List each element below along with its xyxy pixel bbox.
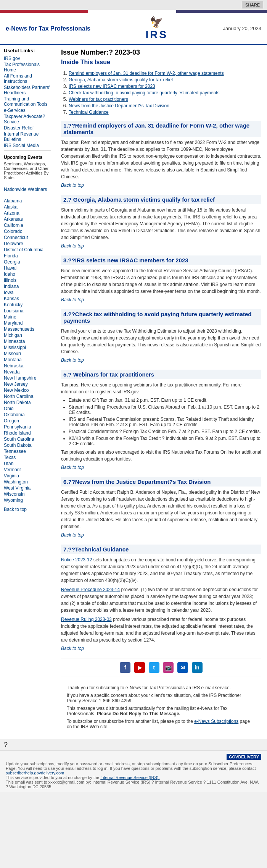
sidebar-link[interactable]: All Forms and Instructions	[4, 73, 51, 84]
sidebar-back-to-top[interactable]: Back to top	[4, 507, 51, 512]
sidebar-state-link[interactable]: Indiana	[4, 284, 51, 289]
sidebar-state-link[interactable]: Connecticut	[4, 235, 51, 240]
sidebar-state-link[interactable]: Alaska	[4, 204, 51, 210]
sidebar-link[interactable]: Taxpayer Advocate?Service	[4, 114, 51, 124]
sidebar-link[interactable]: Internal Revenue Bulletins	[4, 131, 51, 142]
sidebar-state-link[interactable]: District of Columbia	[4, 247, 51, 252]
toc-item-link[interactable]: Remind employers of Jan. 31 deadline for…	[69, 71, 224, 76]
sidebar-state-link[interactable]: Utah	[4, 461, 51, 466]
sidebar-link[interactable]: Tax Professionals Home	[4, 62, 51, 73]
linkedin-icon[interactable]: in	[192, 662, 203, 673]
back-to-top-link[interactable]: Back to top	[61, 532, 84, 538]
irs-link[interactable]: Internal Revenue Service (IRS).	[100, 775, 159, 780]
sidebar-state-link[interactable]: Virginia	[4, 473, 51, 478]
back-to-top-link[interactable]: Back to top	[61, 465, 84, 470]
govdelivery-logo: GOVDELIVERY	[227, 754, 261, 760]
twitter-icon[interactable]: t	[149, 662, 159, 673]
article: 5.? Webinars for tax practitionersTax pr…	[61, 370, 261, 470]
govdelivery-social-icon[interactable]: ✉	[177, 662, 188, 673]
article-body: Remind your clients to use the Tax Withh…	[61, 328, 261, 355]
facebook-icon[interactable]: f	[120, 662, 130, 673]
youtube-icon[interactable]: ▶	[134, 662, 145, 673]
sidebar-state-link[interactable]: Rhode Island	[4, 430, 51, 436]
main-layout: Useful Links: IRS.govTax Professionals H…	[0, 45, 267, 739]
back-to-top-link[interactable]: Back to top	[61, 183, 84, 188]
social-bar: f ▶ t 📷 ✉ in	[61, 658, 261, 677]
irs-logo: 🦅 IRS	[145, 16, 168, 41]
toc-item-link[interactable]: News from the Justice Department?s Tax D…	[69, 103, 169, 108]
sidebar-state-link[interactable]: Mississippi	[4, 345, 51, 350]
sidebar-state-link[interactable]: Missouri	[4, 351, 51, 356]
sidebar-state-link[interactable]: Colorado	[4, 229, 51, 234]
sidebar-state-link[interactable]: New Hampshire	[4, 375, 51, 381]
back-to-top-link[interactable]: Back to top	[61, 646, 84, 651]
sidebar-state-link[interactable]: Texas	[4, 455, 51, 460]
sidebar-state-link[interactable]: Tennessee	[4, 449, 51, 454]
sidebar-link[interactable]: IRS.gov	[4, 56, 51, 61]
email-line: This email was sent to xxxxxx@gmail.com …	[6, 780, 261, 789]
sidebar-state-link[interactable]: Vermont	[4, 467, 51, 472]
tech-guidance-link[interactable]: Notice 2023-12	[61, 557, 92, 563]
subscriber-preferences-link[interactable]: subscriberhelp.govdelivery.com	[6, 771, 64, 775]
webinar-item: Estate and Gift Tax on Jan. 31 at 2 p.m.…	[69, 398, 261, 403]
sidebar-state-link[interactable]: Hawaii	[4, 265, 51, 271]
webinar-item: Practical Considerations ? Foreign Tax C…	[69, 429, 261, 434]
sidebar-state-link[interactable]: Delaware	[4, 241, 51, 246]
toc-list: Remind employers of Jan. 31 deadline for…	[61, 70, 261, 115]
sidebar-state-link[interactable]: Iowa	[4, 290, 51, 295]
back-to-top: Back to top	[61, 243, 261, 249]
sidebar-state-link[interactable]: Maryland	[4, 320, 51, 326]
sidebar-state-link[interactable]: Kentucky	[4, 302, 51, 307]
sidebar-state-link[interactable]: Maine	[4, 314, 51, 320]
sidebar-state-link[interactable]: Pennsylvania	[4, 424, 51, 430]
toc-item-link[interactable]: Georgia, Alabama storm victims qualify f…	[69, 77, 173, 82]
sidebar-state-link[interactable]: Idaho	[4, 272, 51, 277]
sidebar-state-link[interactable]: New Mexico	[4, 388, 51, 393]
sidebar-state-link[interactable]: Minnesota	[4, 339, 51, 344]
back-to-top-link[interactable]: Back to top	[61, 243, 84, 249]
sidebar-state-link[interactable]: Washington	[4, 479, 51, 485]
sidebar-state-link[interactable]: Louisiana	[4, 308, 51, 314]
sidebar-link[interactable]: Stakeholders Partners' Headliners	[4, 85, 51, 95]
sidebar-state-link[interactable]: Montana	[4, 357, 51, 362]
sidebar-state-link[interactable]: North Dakota	[4, 400, 51, 405]
sidebar-state-link[interactable]: North Carolina	[4, 394, 51, 399]
sidebar-state-link[interactable]: New Jersey	[4, 381, 51, 387]
sidebar-state-link[interactable]: Arizona	[4, 210, 51, 216]
sidebar-state-link[interactable]: South Dakota	[4, 443, 51, 448]
sidebar-link[interactable]: Disaster Relief	[4, 125, 51, 131]
back-to-top-link[interactable]: Back to top	[61, 297, 84, 302]
toc-item-link[interactable]: Check tax withholding to avoid paying fu…	[69, 90, 220, 95]
sidebar-state-link[interactable]: Wisconsin	[4, 491, 51, 497]
toc-item-link[interactable]: Technical Guidance	[69, 110, 109, 115]
tech-guidance-link[interactable]: Revenue Procedure 2023-14	[61, 587, 120, 592]
toc-item-link[interactable]: IRS selects new IRSAC members for 2023	[69, 84, 155, 89]
share-button[interactable]: SHARE	[242, 2, 263, 8]
sidebar-state-link[interactable]: Georgia	[4, 259, 51, 265]
sidebar-state-link[interactable]: Ohio	[4, 406, 51, 411]
instagram-icon[interactable]: 📷	[163, 662, 174, 673]
enews-subscriptions-link[interactable]: e-News Subscriptions	[194, 719, 238, 724]
sidebar-state-link[interactable]: Nebraska	[4, 363, 51, 369]
sidebar-state-link[interactable]: Nevada	[4, 369, 51, 375]
sidebar-state-link[interactable]: Massachusetts	[4, 327, 51, 332]
toc-item-link[interactable]: Webinars for tax practitioners	[69, 97, 128, 102]
sidebar-state-link[interactable]: Oregon	[4, 418, 51, 423]
sidebar-state-link[interactable]: Florida	[4, 253, 51, 259]
sidebar-state-link[interactable]: Arkansas	[4, 217, 51, 222]
sidebar-state-link[interactable]: Alabama	[4, 198, 51, 204]
sidebar-state-link[interactable]: Wyoming	[4, 498, 51, 503]
back-to-top-link[interactable]: Back to top	[61, 357, 84, 363]
sidebar-link[interactable]: Training and Communication Tools	[4, 96, 51, 107]
sidebar-state-link[interactable]: South Carolina	[4, 436, 51, 442]
nationwide-webinars-link[interactable]: Nationwide Webinars	[4, 187, 51, 192]
sidebar-state-link[interactable]: Oklahoma	[4, 412, 51, 417]
sidebar-state-link[interactable]: Kansas	[4, 296, 51, 301]
sidebar-link[interactable]: e-Services	[4, 108, 51, 113]
sidebar-state-link[interactable]: Michigan	[4, 333, 51, 338]
sidebar-state-link[interactable]: Illinois	[4, 278, 51, 283]
tech-guidance-link[interactable]: Revenue Ruling 2023-03	[61, 617, 112, 622]
sidebar-state-link[interactable]: West Virginia	[4, 485, 51, 491]
sidebar-link[interactable]: IRS Social Media	[4, 143, 51, 148]
sidebar-state-link[interactable]: California	[4, 223, 51, 228]
